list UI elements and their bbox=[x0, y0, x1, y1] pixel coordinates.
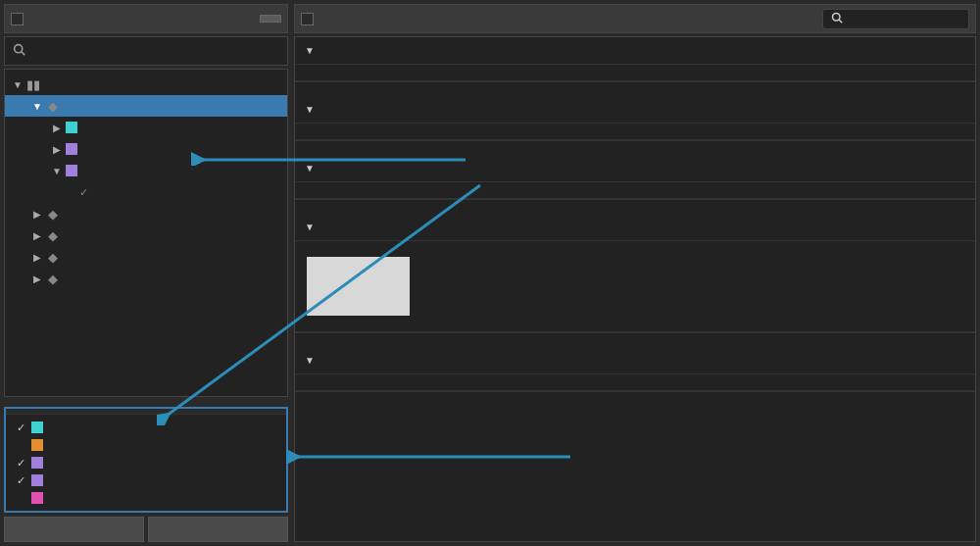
filter-item-rig[interactable]: ✓ bbox=[14, 472, 278, 489]
swatch-cyan bbox=[31, 422, 43, 433]
tree-row-rig[interactable]: ▼ bbox=[5, 160, 287, 181]
chevron-right-icon: ▶ bbox=[32, 230, 42, 241]
tree-row-art[interactable]: ▶ bbox=[5, 117, 287, 138]
check-icon: ✓ bbox=[79, 186, 88, 199]
section-body bbox=[295, 182, 975, 199]
swatch-orange bbox=[31, 439, 43, 451]
search-assets-input[interactable] bbox=[4, 36, 288, 66]
left-panel-header bbox=[4, 4, 288, 33]
asset-tree: ▼ ▮▮ ▼ ◆ ▶ ▶ ▼ ✓ ▶ ◆ bbox=[4, 69, 288, 397]
swatch-pink bbox=[31, 492, 43, 504]
cube-icon: ◆ bbox=[46, 100, 60, 112]
section-header-rig-rig[interactable]: ▼ bbox=[295, 347, 975, 374]
chevron-down-icon: ▼ bbox=[305, 104, 315, 115]
filter-item-game[interactable] bbox=[14, 436, 278, 454]
swatch-purple bbox=[66, 165, 77, 176]
swatch-purple bbox=[31, 474, 43, 486]
new-task-button[interactable] bbox=[260, 15, 281, 23]
cube-icon: ◆ bbox=[46, 229, 60, 241]
section-header-art-art2[interactable]: ▼ bbox=[295, 155, 975, 182]
section-header-art-art[interactable]: ▼ bbox=[295, 96, 975, 124]
file-sections: ▼ ▼ ▼ ▼ bbox=[294, 36, 976, 542]
right-panel-header bbox=[294, 4, 976, 33]
search-icon bbox=[831, 12, 843, 26]
filter-item-model[interactable]: ✓ bbox=[14, 454, 278, 472]
search-icon bbox=[13, 43, 25, 59]
tree-row-rig-task[interactable]: ✓ bbox=[5, 181, 287, 203]
svg-line-1 bbox=[22, 52, 24, 55]
tree-row-character1[interactable]: ▼ ◆ bbox=[5, 95, 287, 117]
check-icon: ✓ bbox=[14, 474, 27, 487]
chevron-right-icon: ▶ bbox=[32, 209, 42, 220]
chevron-down-icon: ▼ bbox=[32, 101, 42, 112]
chevron-down-icon: ▼ bbox=[13, 79, 23, 90]
swatch-purple bbox=[31, 457, 43, 469]
chevron-down-icon: ▼ bbox=[305, 163, 315, 174]
check-icon: ✓ bbox=[14, 422, 27, 434]
tree-row-character[interactable]: ▼ ▮▮ bbox=[5, 74, 287, 95]
tree-row-character2[interactable]: ▶ ◆ bbox=[5, 203, 287, 224]
filter-item-art[interactable]: ✓ bbox=[14, 419, 278, 436]
thumbnail bbox=[307, 257, 410, 316]
all-versions-checkbox[interactable] bbox=[301, 13, 314, 25]
chevron-down-icon: ▼ bbox=[305, 355, 315, 366]
pipeline-step-filter: ✓ ✓ ✓ bbox=[4, 407, 288, 513]
search-files-input[interactable] bbox=[822, 9, 969, 29]
tree-row-model[interactable]: ▶ bbox=[5, 138, 287, 160]
tree-row-character3[interactable]: ▶ ◆ bbox=[5, 224, 287, 246]
file-item-buddy2[interactable] bbox=[307, 249, 963, 323]
section-body bbox=[295, 65, 975, 81]
my-tasks-only-checkbox[interactable] bbox=[11, 13, 24, 25]
section-header-character1[interactable]: ▼ bbox=[295, 37, 975, 65]
chevron-right-icon: ▶ bbox=[52, 144, 62, 155]
section-body bbox=[295, 374, 975, 391]
chevron-right-icon: ▶ bbox=[32, 252, 42, 263]
folder-icon: ▮▮ bbox=[26, 78, 40, 90]
chevron-down-icon: ▼ bbox=[305, 45, 315, 56]
check-icon: ✓ bbox=[14, 457, 27, 470]
select-all-button[interactable] bbox=[4, 517, 144, 542]
cube-icon: ◆ bbox=[46, 251, 60, 263]
tree-row-character5[interactable]: ▶ ◆ bbox=[5, 268, 287, 289]
swatch-cyan bbox=[66, 122, 77, 133]
chevron-right-icon: ▶ bbox=[32, 273, 42, 284]
cube-icon: ◆ bbox=[46, 273, 60, 284]
swatch-purple bbox=[66, 143, 77, 155]
svg-line-3 bbox=[839, 20, 842, 23]
section-body bbox=[295, 124, 975, 140]
tree-row-character4[interactable]: ▶ ◆ bbox=[5, 246, 287, 268]
chevron-right-icon: ▶ bbox=[52, 123, 62, 133]
chevron-down-icon: ▼ bbox=[52, 166, 62, 176]
select-none-button[interactable] bbox=[148, 517, 288, 542]
svg-point-2 bbox=[833, 13, 841, 21]
filter-item-surface[interactable] bbox=[14, 489, 278, 507]
chevron-down-icon: ▼ bbox=[305, 222, 315, 232]
cube-icon: ◆ bbox=[46, 208, 60, 220]
section-header-model-model[interactable]: ▼ bbox=[295, 214, 975, 241]
svg-point-0 bbox=[15, 45, 23, 53]
